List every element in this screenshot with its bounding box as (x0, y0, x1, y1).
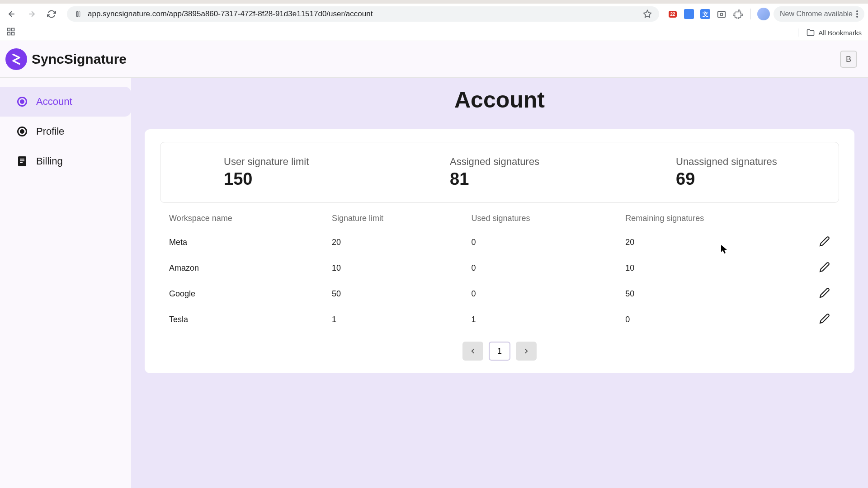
stat-label: Unassigned signatures (676, 156, 839, 168)
account-card: User signature limit 150 Assigned signat… (145, 129, 854, 373)
folder-icon (807, 28, 815, 37)
content-area: Account User signature limit 150 Assigne… (131, 78, 868, 488)
table-row: Meta 20 0 20 (160, 230, 839, 255)
back-button[interactable] (4, 6, 20, 22)
edit-icon (819, 313, 830, 324)
menu-dots-icon (856, 10, 858, 18)
stat-value: 150 (224, 169, 387, 189)
bookmarks-bar: All Bookmarks (0, 24, 868, 41)
table-row: Google 50 0 50 (160, 281, 839, 307)
svg-rect-1 (79, 12, 80, 17)
cell-workspace-name: Amazon (160, 255, 323, 281)
chevron-right-icon (522, 347, 530, 355)
extension-translate-icon[interactable]: 文 (699, 8, 712, 20)
extensions-icon[interactable] (731, 8, 744, 20)
page-title: Account (145, 87, 854, 113)
sidebar-item-label: Billing (36, 155, 63, 167)
divider (750, 9, 751, 19)
extension-icon-2[interactable] (683, 8, 695, 20)
apps-grid-icon[interactable] (6, 27, 15, 38)
account-icon (16, 96, 28, 108)
app-header: SyncSignature B (0, 41, 868, 78)
sidebar-item-label: Account (36, 96, 72, 108)
pagination: 1 (160, 342, 839, 361)
brand-name: SyncSignature (32, 52, 127, 67)
svg-rect-11 (8, 33, 10, 35)
next-page-button[interactable] (516, 342, 537, 361)
brand-logo-icon (5, 48, 27, 70)
header-remaining: Remaining signatures (616, 207, 810, 230)
tab-bar (0, 0, 868, 4)
stat-user-limit: User signature limit 150 (160, 156, 387, 189)
workspaces-table: Workspace name Signature limit Used sign… (160, 207, 839, 333)
sidebar-item-label: Profile (36, 126, 64, 137)
prev-page-button[interactable] (462, 342, 483, 361)
svg-text:文: 文 (702, 11, 708, 18)
stat-value: 69 (676, 169, 839, 189)
header-limit: Signature limit (323, 207, 462, 230)
cell-used-signatures: 0 (462, 255, 617, 281)
header-workspace: Workspace name (160, 207, 323, 230)
cell-used-signatures: 0 (462, 230, 617, 255)
profile-avatar[interactable] (757, 8, 770, 20)
svg-point-5 (720, 13, 723, 16)
cell-signature-limit: 1 (323, 307, 462, 333)
url-bar[interactable]: app.syncsignature.com/app/3895a860-7317-… (67, 6, 659, 22)
svg-rect-9 (8, 28, 10, 31)
cell-remaining-signatures: 10 (616, 255, 810, 281)
reload-button[interactable] (43, 6, 60, 22)
cell-signature-limit: 50 (323, 281, 462, 307)
svg-point-7 (856, 13, 858, 15)
stat-assigned: Assigned signatures 81 (387, 156, 613, 189)
cell-signature-limit: 20 (323, 230, 462, 255)
edit-icon (819, 236, 830, 247)
sidebar-item-account[interactable]: Account (0, 87, 131, 117)
star-icon[interactable] (643, 9, 652, 19)
cell-actions (810, 255, 839, 281)
table-header-row: Workspace name Signature limit Used sign… (160, 207, 839, 230)
browser-toolbar: app.syncsignature.com/app/3895a860-7317-… (0, 4, 868, 24)
site-settings-icon (74, 10, 82, 18)
cell-signature-limit: 10 (323, 255, 462, 281)
header-used: Used signatures (462, 207, 617, 230)
sidebar-item-profile[interactable]: Profile (0, 117, 131, 146)
stats-box: User signature limit 150 Assigned signat… (160, 142, 839, 203)
stat-label: User signature limit (224, 156, 387, 168)
edit-icon (819, 262, 830, 272)
edit-button[interactable] (819, 265, 830, 274)
stat-value: 81 (450, 169, 613, 189)
svg-rect-12 (12, 33, 14, 35)
billing-icon (16, 155, 28, 167)
edit-icon (819, 287, 830, 298)
cell-actions (810, 281, 839, 307)
all-bookmarks-button[interactable]: All Bookmarks (798, 28, 862, 37)
cell-used-signatures: 1 (462, 307, 617, 333)
edit-button[interactable] (819, 239, 830, 249)
extension-lens-icon[interactable] (715, 8, 728, 20)
chrome-update-button[interactable]: New Chrome available (774, 6, 864, 22)
sidebar-item-billing[interactable]: Billing (0, 146, 131, 176)
forward-button[interactable] (24, 6, 40, 22)
cell-workspace-name: Tesla (160, 307, 323, 333)
extension-calendar-icon[interactable]: 22 (666, 8, 679, 20)
browser-chrome: app.syncsignature.com/app/3895a860-7317-… (0, 0, 868, 41)
cell-actions (810, 307, 839, 333)
stat-label: Assigned signatures (450, 156, 613, 168)
svg-rect-4 (718, 12, 726, 18)
profile-icon (16, 126, 28, 137)
main-layout: Account Profile Billing Account User sig… (0, 78, 868, 488)
cell-remaining-signatures: 0 (616, 307, 810, 333)
cell-actions (810, 230, 839, 255)
chevron-left-icon (469, 347, 477, 355)
stat-unassigned: Unassigned signatures 69 (613, 156, 839, 189)
edit-button[interactable] (819, 291, 830, 300)
svg-point-6 (856, 10, 858, 12)
page-number[interactable]: 1 (489, 342, 510, 361)
cell-remaining-signatures: 20 (616, 230, 810, 255)
edit-button[interactable] (819, 317, 830, 326)
url-text: app.syncsignature.com/app/3895a860-7317-… (88, 9, 637, 19)
table-row: Amazon 10 0 10 (160, 255, 839, 281)
user-badge[interactable]: B (840, 51, 857, 68)
cell-workspace-name: Google (160, 281, 323, 307)
brand[interactable]: SyncSignature (5, 48, 127, 70)
